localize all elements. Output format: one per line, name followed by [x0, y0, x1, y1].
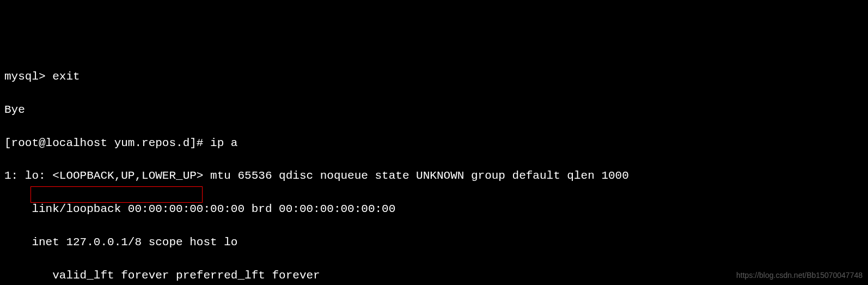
terminal-line-prompt-ipa: [root@localhost yum.repos.d]# ip a: [4, 135, 864, 151]
terminal-line-lo-valid1: valid_lft forever preferred_lft forever: [4, 268, 864, 284]
terminal-line-mysql-exit: mysql> exit: [4, 69, 864, 85]
terminal-line-iface-lo: 1: lo: <LOOPBACK,UP,LOWER_UP> mtu 65536 …: [4, 168, 864, 184]
terminal-line-bye: Bye: [4, 102, 864, 118]
watermark-text: https://blog.csdn.net/Bb15070047748: [736, 270, 863, 281]
terminal-line-lo-inet: inet 127.0.0.1/8 scope host lo: [4, 234, 864, 251]
terminal-line-lo-link: link/loopback 00:00:00:00:00:00 brd 00:0…: [4, 201, 864, 217]
highlight-annotation: [30, 186, 203, 203]
